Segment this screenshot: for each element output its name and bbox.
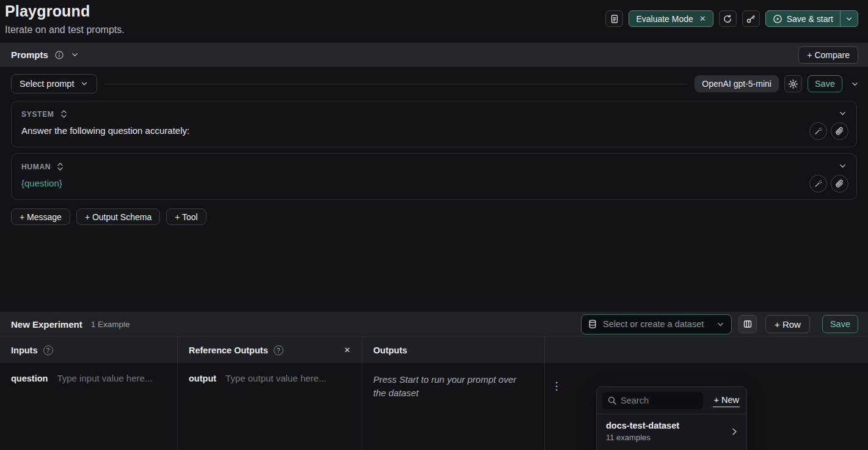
save-and-start-button[interactable]: Save & start: [765, 10, 858, 27]
dataset-name: docs-test-dataset: [606, 421, 679, 430]
chevron-down-icon: [845, 15, 853, 23]
model-badge[interactable]: OpenAI gpt-5-mini: [695, 75, 779, 92]
add-tool-button[interactable]: + Tool: [166, 208, 206, 225]
prompts-bar: Prompts + Compare: [0, 43, 868, 67]
dataset-search-input[interactable]: [602, 392, 703, 409]
evaluate-mode-label: Evaluate Mode: [636, 14, 693, 24]
close-icon[interactable]: ✕: [699, 15, 706, 23]
evaluate-mode-badge[interactable]: Evaluate Mode ✕: [629, 10, 713, 27]
columns-icon: [743, 319, 753, 329]
message-role-label: HUMAN: [21, 163, 51, 171]
columns-toggle-button[interactable]: [739, 315, 757, 333]
input-value-field[interactable]: [57, 373, 166, 383]
page-header-left: Playground Iterate on and test prompts.: [5, 2, 125, 35]
input-cell[interactable]: question: [0, 363, 178, 450]
improve-prompt-button[interactable]: [809, 122, 827, 140]
divider-line: [104, 84, 687, 84]
column-header-outputs: Outputs: [362, 337, 545, 363]
wand-icon: [814, 179, 823, 188]
save-and-start-label: Save & start: [787, 14, 833, 24]
experiment-title: New Experiment: [11, 319, 82, 330]
message-tools: [809, 175, 848, 193]
model-config-group: OpenAI gpt-5-mini Save: [695, 75, 862, 92]
dataset-example-count: 11 examples: [606, 433, 679, 442]
attach-file-button[interactable]: [831, 122, 848, 140]
chevron-down-icon: [70, 50, 79, 59]
header-actions: Evaluate Mode ✕ Save & start: [605, 10, 858, 27]
message-content[interactable]: {question}: [21, 178, 789, 188]
dataset-select-dropdown[interactable]: Select or create a dataset: [581, 314, 732, 334]
dataset-dropdown-panel: + New docs-test-dataset 11 examples: [596, 386, 747, 450]
input-key-label: question: [11, 373, 48, 383]
message-tools: [809, 122, 848, 140]
reference-output-cell[interactable]: output: [178, 363, 362, 450]
message-role-row: HUMAN: [21, 162, 789, 171]
message-collapse-toggle[interactable]: [838, 109, 847, 118]
save-and-start-menu[interactable]: [841, 11, 858, 26]
dataset-item-text: docs-test-dataset 11 examples: [606, 421, 679, 442]
chevron-down-icon: [838, 109, 847, 118]
api-key-button[interactable]: [742, 10, 760, 27]
experiment-bar: New Experiment 1 Example Select or creat…: [0, 312, 868, 336]
output-value-field[interactable]: [225, 373, 351, 383]
paperclip-icon: [835, 179, 844, 188]
role-selector-icon[interactable]: [60, 109, 67, 119]
dataset-list-item[interactable]: docs-test-dataset 11 examples: [597, 415, 746, 448]
prompts-title: Prompts: [11, 50, 48, 60]
message-role-label: SYSTEM: [21, 110, 54, 119]
model-settings-button[interactable]: [784, 75, 802, 92]
column-label: Reference Outputs: [189, 345, 268, 355]
key-icon: [746, 14, 756, 24]
prompt-save-button[interactable]: Save: [808, 75, 842, 92]
message-block-system: SYSTEM Answer the following question acc…: [11, 101, 857, 147]
experiment-table-header: Inputs ? Reference Outputs ? ✕ Outputs: [0, 336, 868, 363]
help-icon[interactable]: ?: [274, 345, 283, 355]
column-header-reference-outputs: Reference Outputs ? ✕: [178, 337, 362, 363]
chevron-down-icon: [80, 79, 89, 88]
column-label: Outputs: [373, 345, 407, 355]
gear-icon: [788, 79, 798, 89]
add-message-button[interactable]: + Message: [11, 208, 70, 225]
column-header-actions: [545, 337, 868, 363]
chevron-down-icon: [716, 320, 725, 329]
chevron-down-icon: [838, 161, 847, 171]
model-row-collapse[interactable]: [848, 79, 862, 89]
message-content[interactable]: Answer the following question accurately…: [21, 125, 789, 136]
refresh-icon: [723, 14, 732, 24]
message-collapse-toggle[interactable]: [838, 161, 847, 171]
role-selector-icon[interactable]: [57, 162, 64, 171]
page-title: Playground: [5, 2, 125, 20]
outputs-hint-text: Press Start to run your prompt over the …: [373, 373, 526, 400]
column-header-inputs: Inputs ?: [0, 337, 178, 363]
new-dataset-button[interactable]: + New: [713, 394, 740, 407]
attach-file-button[interactable]: [831, 175, 848, 193]
playground-page: Playground Iterate on and test prompts. …: [0, 0, 868, 450]
help-icon[interactable]: ?: [43, 345, 53, 355]
document-icon: [610, 14, 619, 24]
experiment-actions: Select or create a dataset + Row Save: [581, 314, 858, 334]
add-row-button[interactable]: + Row: [765, 315, 810, 333]
kebab-menu-icon[interactable]: ⋮: [549, 377, 564, 395]
outputs-cell: Press Start to run your prompt over the …: [362, 363, 545, 450]
page-subtitle: Iterate on and test prompts.: [5, 24, 125, 35]
message-role-row: SYSTEM: [21, 109, 789, 119]
improve-prompt-button[interactable]: [809, 175, 827, 193]
experiment-save-button[interactable]: Save: [822, 315, 858, 333]
compare-button[interactable]: + Compare: [798, 46, 858, 64]
info-icon: [54, 50, 64, 60]
close-icon[interactable]: ✕: [344, 345, 351, 355]
select-prompt-label: Select prompt: [20, 79, 74, 89]
add-output-schema-button[interactable]: + Output Schema: [76, 208, 160, 225]
output-key-label: output: [189, 373, 216, 383]
refresh-button[interactable]: [719, 10, 737, 27]
message-block-human: HUMAN {question}: [11, 153, 857, 200]
play-circle-icon: [773, 14, 782, 24]
column-label: Inputs: [11, 345, 38, 355]
select-prompt-dropdown[interactable]: Select prompt: [11, 74, 97, 94]
save-and-start-main[interactable]: Save & start: [766, 11, 840, 26]
prompt-file-button[interactable]: [605, 10, 623, 27]
example-count: 1 Example: [91, 320, 130, 329]
prompts-collapse-toggle[interactable]: [70, 50, 79, 59]
chevron-down-icon: [850, 79, 859, 89]
prompts-bar-left: Prompts: [11, 50, 79, 60]
